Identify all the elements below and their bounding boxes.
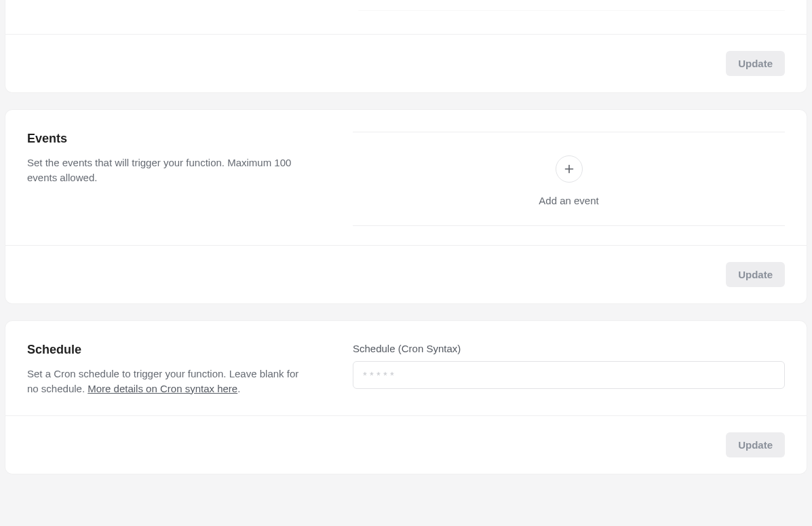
cron-syntax-link[interactable]: More details on Cron syntax here bbox=[88, 383, 237, 394]
events-title: Events bbox=[27, 132, 312, 146]
events-panel: Events Set the events that will trigger … bbox=[5, 110, 807, 303]
schedule-panel-body: Schedule Set a Cron schedule to trigger … bbox=[5, 321, 807, 415]
schedule-panel-content: Schedule (Cron Syntax) bbox=[353, 343, 785, 396]
previous-panel-footer-row: Update bbox=[5, 34, 807, 92]
events-description: Set the events that will trigger your fu… bbox=[27, 155, 312, 185]
schedule-panel-footer: Update bbox=[5, 415, 807, 474]
schedule-description: Set a Cron schedule to trigger your func… bbox=[27, 367, 312, 396]
schedule-desc-suffix: . bbox=[237, 383, 240, 394]
add-event-button[interactable] bbox=[556, 155, 583, 183]
previous-panel-body-cut bbox=[5, 0, 807, 10]
schedule-panel: Schedule Set a Cron schedule to trigger … bbox=[5, 321, 807, 474]
events-empty-area: Add an event bbox=[353, 132, 785, 226]
events-panel-body: Events Set the events that will trigger … bbox=[5, 110, 807, 245]
update-button[interactable]: Update bbox=[726, 432, 785, 457]
schedule-field-label: Schedule (Cron Syntax) bbox=[353, 343, 785, 354]
update-button[interactable]: Update bbox=[726, 51, 785, 76]
events-panel-info: Events Set the events that will trigger … bbox=[27, 132, 312, 226]
update-button[interactable]: Update bbox=[726, 262, 785, 287]
schedule-panel-info: Schedule Set a Cron schedule to trigger … bbox=[27, 343, 312, 396]
schedule-cron-input[interactable] bbox=[353, 361, 785, 389]
schedule-title: Schedule bbox=[27, 343, 312, 357]
events-panel-footer: Update bbox=[5, 245, 807, 303]
previous-panel-footer: Update bbox=[5, 0, 807, 92]
events-panel-content: Add an event bbox=[353, 132, 785, 226]
add-event-label: Add an event bbox=[539, 195, 598, 206]
plus-icon bbox=[564, 164, 575, 174]
